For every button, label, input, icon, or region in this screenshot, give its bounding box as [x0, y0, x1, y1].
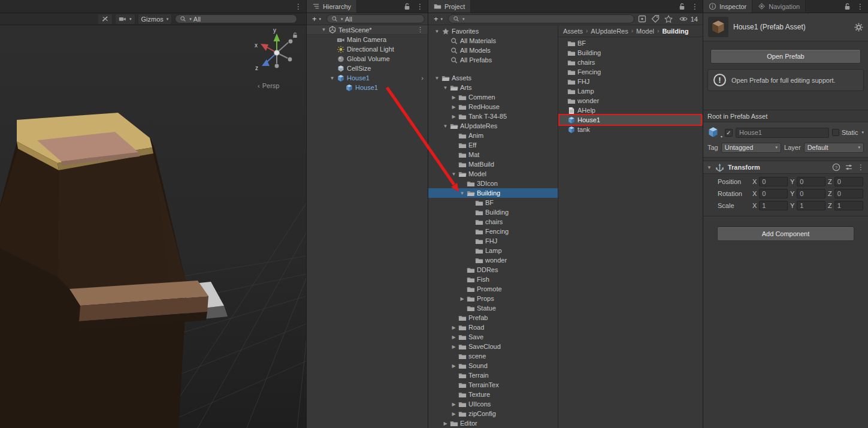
expand-arrow-icon[interactable]: ▼	[433, 76, 441, 81]
tab-project[interactable]: Project	[428, 0, 471, 13]
tree-row[interactable]: ▼Favorites	[428, 26, 558, 36]
tree-row[interactable]: ▼Assets	[428, 73, 558, 83]
tree-row[interactable]: ▶RedHouse	[428, 102, 558, 111]
lock-icon[interactable]	[292, 32, 298, 39]
tree-row[interactable]: DDRes	[428, 265, 558, 275]
collapse-arrow-icon[interactable]: ▶	[450, 114, 458, 119]
transform-component-header[interactable]: ▼ Transform ? ⋮	[703, 161, 868, 174]
asset-item[interactable]: chairs	[558, 58, 703, 67]
tree-row[interactable]: Eff	[428, 140, 558, 150]
tree-row[interactable]: Fencing	[428, 227, 558, 236]
asset-item[interactable]: wonder	[558, 96, 703, 106]
pane-menu-icon[interactable]: ⋮	[857, 3, 864, 10]
open-prefab-chevron-icon[interactable]: ›	[421, 74, 428, 82]
tree-row[interactable]: TerrainTex	[428, 380, 558, 390]
tree-row[interactable]: ▼AUpdateRes	[428, 121, 558, 131]
pane-menu-icon[interactable]: ⋮	[295, 3, 302, 10]
tree-row[interactable]: Global Volume	[307, 54, 428, 64]
rotation-x-field[interactable]: 0	[759, 189, 788, 198]
active-checkbox[interactable]: ✓	[725, 129, 733, 137]
tree-row[interactable]: All Prefabs	[428, 55, 558, 65]
scene-search-input[interactable]: ▾ All	[175, 14, 297, 23]
pane-menu-icon[interactable]: ⋮	[691, 3, 698, 10]
tree-row[interactable]: CellSize	[307, 64, 428, 73]
tree-row[interactable]: ▼Building	[428, 188, 558, 198]
create-button[interactable]: +▾	[431, 14, 445, 23]
tree-row[interactable]: BF	[428, 198, 558, 207]
collapse-arrow-icon[interactable]: ▶	[450, 402, 458, 407]
help-icon[interactable]: ?	[832, 163, 841, 172]
collapse-arrow-icon[interactable]: ▶	[450, 95, 458, 100]
tree-row[interactable]: ▶zipConfig	[428, 409, 558, 418]
tree-row[interactable]: ▼Arts	[428, 83, 558, 92]
expand-arrow-icon[interactable]: ▼	[441, 85, 449, 91]
hidden-count-indicator[interactable]: 14	[677, 14, 700, 23]
tree-row[interactable]: chairs	[428, 217, 558, 227]
asset-item[interactable]: AHelp	[558, 106, 703, 115]
asset-item[interactable]: Lamp	[558, 86, 703, 96]
tree-row[interactable]: Fish	[428, 275, 558, 284]
breadcrumb-item[interactable]: Model	[636, 28, 654, 35]
gameobject-name-field[interactable]: House1	[736, 128, 829, 138]
tree-row[interactable]: Promote	[428, 284, 558, 294]
pane-menu-icon[interactable]: ⋮	[416, 3, 424, 10]
tree-row[interactable]: Statue	[428, 303, 558, 313]
project-search-input[interactable]: ▾	[448, 14, 634, 23]
tree-row[interactable]: House1	[307, 83, 428, 92]
position-z-field[interactable]: 0	[834, 177, 863, 186]
breadcrumb-item[interactable]: AUpdateRes	[591, 28, 628, 35]
tree-row[interactable]: ▼TestScene*⋮	[307, 25, 428, 35]
component-menu-icon[interactable]: ⋮	[857, 164, 864, 171]
tag-dropdown[interactable]: Untagged▾	[721, 143, 781, 153]
collapse-arrow-icon[interactable]: ▶	[441, 421, 449, 426]
scene-viewport[interactable]: y x z ‹ Persp	[0, 25, 306, 428]
tree-row[interactable]: ▶Editor	[428, 418, 558, 428]
tree-row[interactable]: wonder	[428, 255, 558, 265]
asset-item[interactable]: FHJ	[558, 77, 703, 86]
scale-z-field[interactable]: 1	[834, 201, 863, 210]
asset-item[interactable]: tank	[558, 125, 703, 134]
rotation-z-field[interactable]: 0	[834, 189, 863, 198]
scale-y-field[interactable]: 1	[797, 201, 825, 210]
expand-arrow-icon[interactable]: ▼	[441, 123, 449, 129]
collapse-arrow-icon[interactable]: ▶	[450, 334, 458, 340]
save-search-icon[interactable]	[664, 14, 674, 23]
expand-arrow-icon[interactable]: ▼	[320, 27, 328, 32]
tree-row[interactable]: ▼House1›	[307, 73, 428, 83]
tree-row[interactable]: Mat	[428, 150, 558, 159]
gear-icon[interactable]	[854, 23, 863, 32]
position-x-field[interactable]: 0	[759, 177, 788, 186]
asset-item[interactable]: House1	[558, 115, 703, 125]
tree-row[interactable]: ▶Sound	[428, 361, 558, 370]
asset-item[interactable]: BF	[558, 38, 703, 48]
tree-row[interactable]: Main Camera	[307, 35, 428, 44]
collapse-arrow-icon[interactable]: ▶	[450, 104, 458, 110]
tree-row[interactable]: All Models	[428, 46, 558, 55]
expand-arrow-icon[interactable]: ▼	[707, 165, 712, 170]
item-menu-icon[interactable]: ⋮	[417, 26, 428, 34]
tree-row[interactable]: Building	[428, 207, 558, 217]
tree-row[interactable]: Directional Light	[307, 44, 428, 54]
tool-settings-button[interactable]	[98, 14, 112, 24]
tree-row[interactable]: Terrain	[428, 370, 558, 380]
position-y-field[interactable]: 0	[797, 177, 825, 186]
expand-arrow-icon[interactable]: ▼	[458, 191, 466, 196]
scale-x-field[interactable]: 1	[759, 201, 788, 210]
collapse-arrow-icon[interactable]: ▶	[450, 325, 458, 330]
projection-mode-label[interactable]: ‹ Persp	[258, 82, 279, 89]
tree-row[interactable]: ▼Model	[428, 169, 558, 179]
tree-row[interactable]: Anim	[428, 131, 558, 140]
create-button[interactable]: +▾	[310, 14, 323, 23]
search-by-label-icon[interactable]	[651, 14, 661, 23]
tab-hierarchy[interactable]: Hierarchy	[307, 0, 357, 13]
tree-row[interactable]: ▶Props	[428, 294, 558, 303]
tree-row[interactable]: ▶Save	[428, 332, 558, 342]
lock-icon[interactable]	[678, 2, 686, 10]
expand-arrow-icon[interactable]: ▼	[328, 76, 336, 81]
breadcrumb-item[interactable]: Building	[662, 28, 688, 35]
expand-arrow-icon[interactable]: ▼	[433, 29, 441, 34]
lock-icon[interactable]	[843, 2, 851, 10]
asset-item[interactable]: Building	[558, 48, 703, 58]
static-toggle[interactable]: Static ▾	[832, 129, 864, 136]
tree-row[interactable]: All Materials	[428, 36, 558, 46]
